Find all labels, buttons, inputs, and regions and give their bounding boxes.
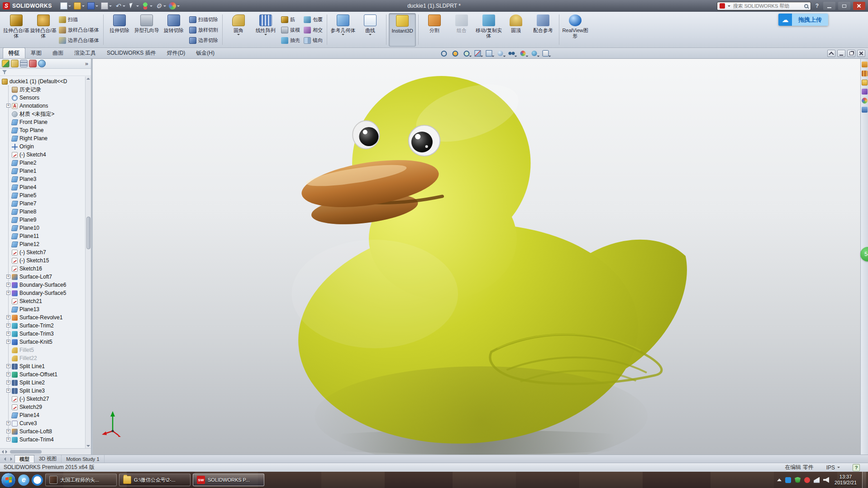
resources-icon[interactable] (862, 62, 868, 67)
tree-vertical-scrollbar[interactable] (85, 76, 91, 448)
linear-pattern-button[interactable]: 线性阵列 (252, 13, 279, 47)
expand-toggle-icon[interactable] (6, 372, 10, 376)
child-restore-icon[interactable] (847, 50, 855, 57)
help-button[interactable]: ? (814, 3, 820, 9)
expand-toggle-icon[interactable] (6, 275, 10, 279)
tree-item[interactable]: Surface-Offset1 (6, 370, 84, 379)
rib-button[interactable]: 筋 (279, 15, 302, 24)
expand-toggle-icon[interactable] (6, 380, 10, 384)
ie-icon[interactable] (18, 474, 29, 486)
tree-item[interactable]: (-) Sketch4 (6, 151, 84, 159)
tree-item[interactable]: (-) Sketch27 (6, 395, 84, 403)
expand-toggle-icon[interactable] (6, 315, 10, 319)
wrap-button[interactable]: 包覆 (302, 15, 324, 24)
expand-toggle-icon[interactable] (6, 389, 10, 393)
tree-item[interactable]: Boundary-Surface5 (6, 289, 84, 297)
tree-item[interactable]: Origin (6, 142, 84, 151)
tree-horizontal-scrollbar[interactable] (0, 448, 91, 455)
filter-icon[interactable] (2, 70, 7, 74)
tree-item[interactable]: Surface-Loft8 (6, 427, 84, 436)
property-manager-tab-icon[interactable] (11, 60, 19, 67)
view-palette-icon[interactable] (862, 89, 868, 95)
expand-toggle-icon[interactable] (6, 437, 10, 441)
new-doc-icon[interactable] (59, 1, 72, 10)
tree-item[interactable]: Annotations (6, 102, 84, 110)
tree-item[interactable]: Plane4 (6, 183, 84, 191)
minimize-button[interactable] (823, 2, 835, 10)
tree-item[interactable]: Plane5 (6, 191, 84, 199)
tree-item[interactable]: Split Line3 (6, 387, 84, 395)
search-icon[interactable] (804, 4, 808, 8)
revolve-boss-button[interactable]: 旋转凸台/基体 (30, 13, 57, 47)
scroll-down-icon[interactable] (86, 445, 90, 447)
mate-reference-button[interactable]: 配合参考 (529, 13, 557, 47)
tree-item[interactable]: Sensors (6, 94, 84, 102)
open-icon[interactable] (73, 1, 86, 10)
expand-toggle-icon[interactable] (6, 421, 10, 425)
boundary-boss-button[interactable]: 边界凸台/基体 (57, 36, 101, 45)
tree-item[interactable]: (-) Sketch15 (6, 256, 84, 265)
close-button[interactable] (853, 2, 865, 10)
save-icon[interactable] (86, 1, 99, 10)
reference-geometry-button[interactable]: 参考几何体 (329, 13, 357, 47)
child-minimize-icon[interactable] (837, 50, 845, 57)
curves-button[interactable]: 曲线 (357, 13, 384, 47)
intersect-button[interactable]: 相交 (302, 25, 324, 35)
expand-toggle-icon[interactable] (6, 323, 10, 327)
manager-overflow-button[interactable]: » (85, 60, 89, 67)
tree-item[interactable]: Top Plane (6, 126, 84, 134)
scroll-up-icon[interactable] (86, 78, 90, 80)
extrude-boss-button[interactable]: 拉伸凸台/基体 (3, 13, 30, 47)
tree-item[interactable]: Boundary-Surface6 (6, 281, 84, 289)
start-button[interactable] (1, 473, 16, 488)
realview-graphics-button[interactable]: RealView图形 (562, 13, 589, 47)
zoom-fit-icon[interactable] (439, 49, 449, 58)
tree-item[interactable]: Plane9 (6, 216, 84, 224)
tree-item[interactable]: Plane7 (6, 199, 84, 208)
instant3d-button[interactable]: Instant3D (389, 13, 416, 47)
tray-expand-icon[interactable] (777, 479, 782, 481)
display-style-icon[interactable] (496, 49, 506, 58)
tree-item[interactable]: Plane8 (6, 208, 84, 216)
display-manager-tab-icon[interactable] (38, 60, 46, 67)
split-button[interactable]: 分割 (421, 13, 448, 47)
expand-toggle-icon[interactable] (6, 291, 10, 295)
tree-item[interactable]: Plane10 (6, 224, 84, 232)
tree-item[interactable]: Split Line2 (6, 379, 84, 387)
view-settings-icon[interactable] (541, 49, 551, 58)
tree-item[interactable]: Plane12 (6, 240, 84, 248)
custom-properties-icon[interactable] (862, 107, 868, 113)
child-close-icon[interactable] (857, 50, 865, 57)
dome-button[interactable]: 圆顶 (502, 13, 529, 47)
zoom-area-icon[interactable] (450, 49, 460, 58)
volume-tray-icon[interactable] (823, 477, 829, 483)
network-tray-icon[interactable] (814, 477, 820, 483)
apply-scene-icon[interactable] (529, 49, 539, 58)
tree-item[interactable]: Surface-Trim3 (6, 330, 84, 338)
tab-render-tools[interactable]: 渲染工具 (69, 48, 101, 58)
options-icon[interactable] (154, 1, 167, 10)
edit-color-icon[interactable] (168, 1, 181, 10)
tab-solidworks-addins[interactable]: SOLIDWORKS 插件 (101, 48, 162, 58)
expand-toggle-icon[interactable] (6, 340, 10, 344)
tree-item[interactable]: Surface-Trim4 (6, 436, 84, 444)
expand-toggle-icon[interactable] (6, 364, 10, 368)
show-desktop-button[interactable] (862, 472, 866, 488)
taskbar-window-button[interactable]: SOLIDWORKS P... (193, 474, 264, 486)
section-view-icon[interactable] (473, 49, 483, 58)
tree-item[interactable]: Curve3 (6, 419, 84, 427)
tab-3d-views[interactable]: 3D 视图 (34, 455, 62, 463)
view-orientation-icon[interactable] (484, 49, 494, 58)
tree-item[interactable]: Plane14 (6, 411, 84, 419)
hide-show-items-icon[interactable] (507, 49, 517, 58)
tree-item[interactable]: Sketch16 (6, 265, 84, 273)
appearances-icon[interactable] (862, 98, 868, 104)
tree-item[interactable]: Plane2 (6, 159, 84, 167)
taskbar-window-button[interactable]: G:\微信公众号\2-... (119, 474, 191, 486)
boundary-cut-button[interactable]: 边界切除 (187, 36, 220, 45)
edit-appearance-icon[interactable] (518, 49, 528, 58)
scrollbar-thumb[interactable] (86, 217, 91, 249)
status-help-icon[interactable]: ? (853, 464, 860, 471)
restore-button[interactable] (838, 2, 850, 10)
search-scope-caret-icon[interactable] (728, 5, 730, 7)
